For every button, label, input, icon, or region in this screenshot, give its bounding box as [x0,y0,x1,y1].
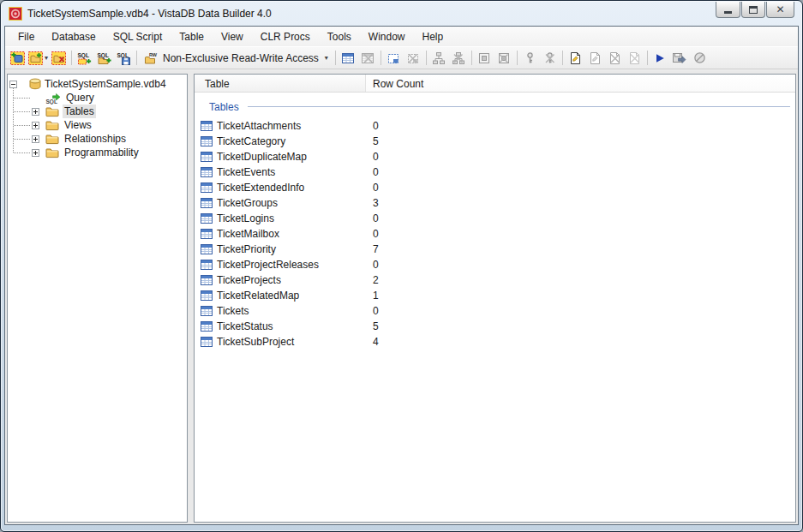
table-row[interactable]: TicketSubProject4 [195,334,795,350]
table-name: TicketMailbox [217,228,279,240]
table-row[interactable]: TicketDuplicateMap0 [195,149,795,164]
menu-clr-procs[interactable]: CLR Procs [252,27,319,46]
new-sql-script-button[interactable]: SQL [75,49,94,68]
tree-item-label: Views [63,118,93,132]
column-header-row-count[interactable]: Row Count [366,75,795,92]
table-row[interactable]: TicketExtendedInfo0 [195,180,795,195]
open-sql-script-button[interactable]: SQL [94,49,114,68]
delete-table-icon [362,51,374,65]
new-constraint-button[interactable] [475,49,494,68]
new-index-button[interactable] [520,49,540,68]
toolbar-separator [517,51,518,65]
access-mode-dropdown[interactable]: RWNon-Exclusive Read-Write Access▾ [140,49,333,68]
menu-view[interactable]: View [213,27,252,46]
table-row-count: 3 [373,197,379,209]
menu-file[interactable]: File [9,27,43,46]
tree-item-programmability[interactable]: Programmability [8,146,187,159]
delete-function-button[interactable] [625,49,644,68]
edit-procedure-icon [569,51,582,65]
table-row[interactable]: TicketMailbox0 [195,226,795,242]
procedure-icon [589,51,602,65]
table-row[interactable]: TicketProjectReleases0 [195,257,795,272]
menu-database[interactable]: Database [43,27,104,46]
tree-root-label: TicketSystemSample.vdb4 [45,78,166,90]
table-icon [201,259,213,271]
expand-toggle-icon[interactable] [32,108,39,116]
delete-relationship-button[interactable] [449,49,469,68]
table-name: TicketProjectReleases [217,259,319,271]
table-icon [201,243,213,255]
menubar: FileDatabaseSQL ScriptTableViewCLR Procs… [5,27,798,46]
stop-button[interactable] [690,49,710,68]
table-row[interactable]: Tickets0 [195,303,795,319]
column-header-table[interactable]: Table [195,75,366,92]
table-name: TicketProjects [217,274,281,286]
export-data-button[interactable] [670,49,690,68]
delete-table-button[interactable] [358,49,378,68]
table-row-count: 5 [373,320,379,332]
table-icon [201,197,213,209]
minimize-button[interactable] [716,2,740,18]
table-icon [201,228,213,240]
menu-window[interactable]: Window [360,27,414,46]
new-database-icon [10,51,25,65]
close-database-button[interactable] [49,49,69,68]
tree-item-root-database[interactable]: TicketSystemSample.vdb4 [8,77,187,91]
table-row-count: 2 [373,274,379,286]
delete-index-button[interactable] [540,49,560,68]
expand-toggle-icon[interactable] [32,122,39,129]
maximize-icon [749,6,758,14]
close-button[interactable]: ✕ [766,2,794,18]
titlebar[interactable]: TicketSystemSample.vdb4 - VistaDB Data B… [1,1,802,26]
view-procedure-button[interactable] [585,49,605,68]
delete-view-button[interactable] [404,49,423,68]
table-icon [201,166,213,178]
maximize-button[interactable] [741,2,765,18]
table-name: TicketPriority [217,243,276,255]
new-relationship-button[interactable] [429,49,449,68]
new-database-button[interactable] [8,49,27,68]
toolbar: ▾SQLSQLSQLRWNon-Exclusive Read-Write Acc… [5,46,798,69]
workspace: TicketSystemSample.vdb4SQLQueryTablesVie… [5,71,798,524]
table-row[interactable]: TicketCategory5 [195,134,795,149]
new-table-button[interactable] [339,49,358,68]
table-row[interactable]: TicketStatus5 [195,319,795,334]
table-row[interactable]: TicketLogins0 [195,211,795,226]
tree-item-views[interactable]: Views [8,118,187,132]
table-row[interactable]: TicketEvents0 [195,164,795,180]
table-row-count: 0 [373,120,379,132]
menu-help[interactable]: Help [414,27,452,46]
open-database-button[interactable]: ▾ [27,49,49,68]
sql-query-icon: SQL [45,92,61,105]
collapse-toggle-icon[interactable] [9,81,17,88]
new-procedure-button[interactable] [566,49,585,68]
save-sql-script-button[interactable]: SQL [114,49,134,68]
table-row[interactable]: TicketRelatedMap1 [195,288,795,303]
expand-toggle-icon[interactable] [32,149,39,157]
delete-procedure-button[interactable] [605,49,625,68]
app-window: TicketSystemSample.vdb4 - VistaDB Data B… [0,0,803,532]
table-row-count: 0 [373,305,379,317]
new-view-icon [387,51,400,65]
table-icon [201,290,213,302]
table-row-count: 0 [373,259,379,271]
tree-item-query[interactable]: SQLQuery [8,91,187,105]
table-row[interactable]: TicketProjects2 [195,272,795,288]
new-view-button[interactable] [384,49,404,68]
run-query-button[interactable] [650,49,670,68]
run-icon [654,52,666,64]
table-row[interactable]: TicketGroups3 [195,195,795,211]
tree-item-label: Relationships [63,132,128,146]
tree-item-relationships[interactable]: Relationships [8,132,187,146]
table-row[interactable]: TicketPriority7 [195,242,795,257]
menu-sql-script[interactable]: SQL Script [105,27,171,46]
folder-icon [45,105,59,117]
tree-item-tables[interactable]: Tables [8,105,187,118]
expand-toggle-icon[interactable] [32,135,39,143]
menu-table[interactable]: Table [171,27,213,46]
table-row[interactable]: TicketAttachments0 [195,118,795,134]
window-title: TicketSystemSample.vdb4 - VistaDB Data B… [27,8,272,20]
table-row-count: 7 [373,243,379,255]
menu-tools[interactable]: Tools [319,27,360,46]
delete-constraint-button[interactable] [494,49,514,68]
